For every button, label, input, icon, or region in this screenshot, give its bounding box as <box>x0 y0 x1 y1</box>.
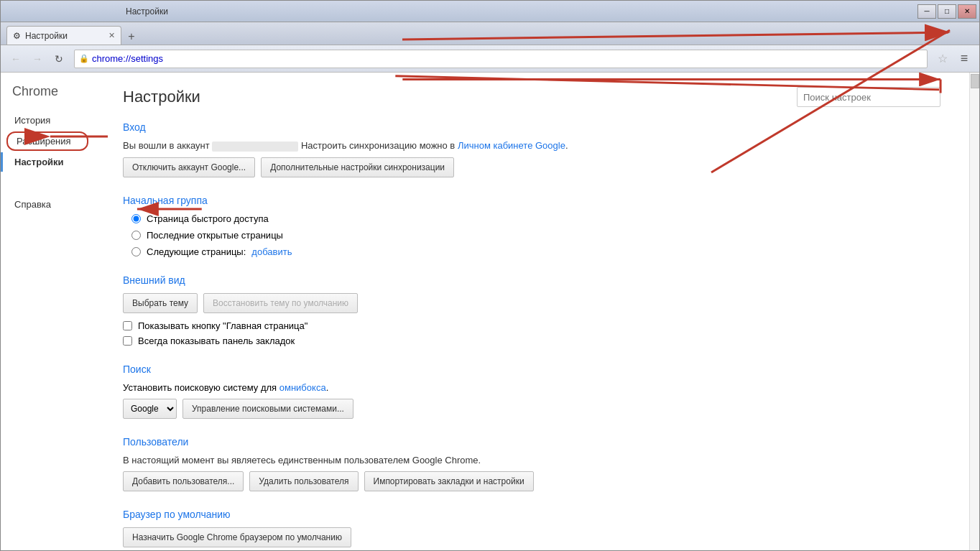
sidebar-brand: Chrome <box>1 84 94 111</box>
users-section: Пользователи В настоящий момент вы являе… <box>123 436 940 491</box>
startup-radio-1[interactable] <box>131 214 141 223</box>
address-icon: 🔒 <box>79 54 89 63</box>
sync-settings-button[interactable]: Дополнительные настройки синхронизации <box>261 157 454 177</box>
account-placeholder <box>212 142 298 152</box>
address-bar[interactable]: 🔒 chrome://settings <box>74 50 928 68</box>
new-tab-button[interactable]: + <box>121 29 142 45</box>
settings-tab[interactable]: ⚙ Настройки ✕ <box>6 26 121 45</box>
import-bookmarks-button[interactable]: Импортировать закладки и настройки <box>364 471 534 491</box>
startup-add-link[interactable]: добавить <box>251 246 292 257</box>
forward-button[interactable]: → <box>28 50 47 68</box>
add-user-button[interactable]: Добавить пользователя... <box>123 471 244 491</box>
restore-theme-button[interactable]: Восстановить тему по умолчанию <box>203 293 358 313</box>
settings-title: Настройки <box>123 88 200 106</box>
set-default-browser-button[interactable]: Назначить Google Chrome браузером по умо… <box>123 527 351 547</box>
startup-section: Начальная группа Страница быстрого досту… <box>123 195 940 257</box>
startup-option-2[interactable]: Последние открытые страницы <box>131 230 940 241</box>
back-button[interactable]: ← <box>6 50 25 68</box>
maximize-button[interactable]: □ <box>938 4 956 19</box>
chrome-menu-button[interactable]: ≡ <box>955 50 974 68</box>
choose-theme-button[interactable]: Выбрать тему <box>123 293 198 313</box>
close-button[interactable]: ✕ <box>958 4 976 19</box>
personal-cabinet-link[interactable]: Личном кабинете Google <box>458 140 565 151</box>
show-home-button-item: Показывать кнопку "Главная страница" <box>123 320 940 331</box>
startup-option-2-label: Последние открытые страницы <box>147 230 283 241</box>
users-section-title: Пользователи <box>123 436 940 448</box>
startup-radio-2[interactable] <box>131 231 141 240</box>
startup-radio-3[interactable] <box>131 247 141 256</box>
bookmark-star-button[interactable]: ☆ <box>933 50 952 68</box>
search-engine-dropdown[interactable]: Google Яндекс Bing <box>123 399 177 419</box>
settings-header: Настройки <box>123 87 940 107</box>
signin-description: Вы вошли в аккаунт Настроить синхронизац… <box>123 140 940 152</box>
scrollbar[interactable] <box>969 73 979 550</box>
delete-user-button[interactable]: Удалить пользователя <box>249 471 358 491</box>
users-description: В настоящий момент вы являетесь единстве… <box>123 455 940 466</box>
content-area: Chrome История Расширения Настройки Спра… <box>1 73 979 550</box>
show-bookmarks-bar-item: Всегда показывать панель закладок <box>123 335 940 346</box>
window-title: Настройки <box>126 6 168 17</box>
minimize-button[interactable]: ─ <box>917 4 936 19</box>
tab-icon: ⚙ <box>13 31 21 41</box>
appearance-section-title: Внешний вид <box>123 274 940 286</box>
settings-search-input[interactable] <box>797 87 940 107</box>
users-buttons: Добавить пользователя... Удалить пользов… <box>123 471 940 491</box>
sidebar-item-history[interactable]: История <box>1 111 94 130</box>
tab-close-button[interactable]: ✕ <box>108 31 115 40</box>
show-home-button-checkbox[interactable] <box>123 321 132 330</box>
tab-bar: ⚙ Настройки ✕ + <box>1 22 979 45</box>
sidebar-item-extensions[interactable]: Расширения <box>6 131 88 151</box>
address-url: chrome://settings <box>92 53 923 64</box>
appearance-buttons: Выбрать тему Восстановить тему по умолча… <box>123 293 940 313</box>
sidebar-item-settings[interactable]: Настройки <box>1 152 94 172</box>
signin-section: Вход Вы вошли в аккаунт Настроить синхро… <box>123 121 940 177</box>
default-browser-buttons: Назначить Google Chrome браузером по умо… <box>123 527 940 547</box>
tab-label: Настройки <box>25 31 68 41</box>
search-engine-row: Google Яндекс Bing Управление поисковыми… <box>123 399 940 419</box>
settings-panel: Настройки Вход Вы вошли в аккаунт Настро… <box>94 73 969 550</box>
sidebar-item-help[interactable]: Справка <box>1 195 94 214</box>
startup-option-3-label: Следующие страницы: <box>147 246 246 257</box>
search-section: Поиск Установить поисковую систему для о… <box>123 364 940 419</box>
search-description: Установить поисковую систему для омнибок… <box>123 382 940 393</box>
nav-bar: ← → ↻ 🔒 chrome://settings ☆ ≡ <box>1 45 979 73</box>
startup-radio-group: Страница быстрого доступа Последние откр… <box>131 213 940 257</box>
startup-section-title: Начальная группа <box>123 195 940 206</box>
startup-option-3[interactable]: Следующие страницы: добавить <box>131 246 940 257</box>
title-bar: Настройки ─ □ ✕ <box>1 1 979 22</box>
reload-button[interactable]: ↻ <box>50 50 68 68</box>
disconnect-account-button[interactable]: Отключить аккаунт Google... <box>123 157 255 177</box>
appearance-checkboxes: Показывать кнопку "Главная страница" Все… <box>123 320 940 346</box>
show-bookmarks-bar-checkbox[interactable] <box>123 336 132 346</box>
scrollbar-thumb[interactable] <box>971 74 979 88</box>
window-controls: ─ □ ✕ <box>917 4 976 19</box>
show-home-button-label: Показывать кнопку "Главная страница" <box>138 320 308 331</box>
default-browser-section-title: Браузер по умолчанию <box>123 509 940 520</box>
search-section-title: Поиск <box>123 364 940 375</box>
signin-buttons: Отключить аккаунт Google... Дополнительн… <box>123 157 940 177</box>
signin-section-title: Вход <box>123 121 940 133</box>
default-browser-section: Браузер по умолчанию Назначить Google Ch… <box>123 509 940 550</box>
manage-search-engines-button[interactable]: Управление поисковыми системами... <box>182 399 353 419</box>
omnibox-link[interactable]: омнибокса <box>279 382 326 393</box>
startup-option-1-label: Страница быстрого доступа <box>147 213 269 224</box>
appearance-section: Внешний вид Выбрать тему Восстановить те… <box>123 274 940 346</box>
show-bookmarks-bar-label: Всегда показывать панель закладок <box>138 335 295 346</box>
startup-option-1[interactable]: Страница быстрого доступа <box>131 213 940 224</box>
sidebar: Chrome История Расширения Настройки Спра… <box>1 73 94 550</box>
